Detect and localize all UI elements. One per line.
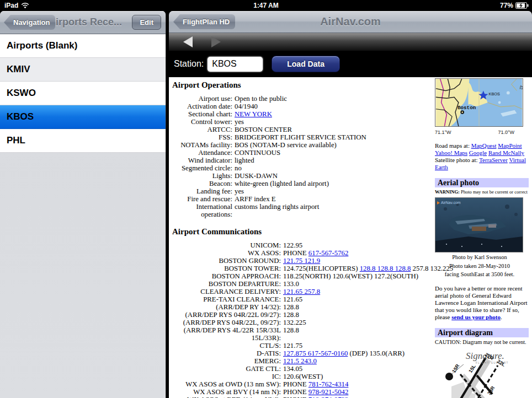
- history-forward-icon[interactable]: [211, 36, 221, 47]
- map-provider-link[interactable]: TerraServer: [479, 157, 508, 163]
- info-row: WX ASOS at BED (14 nm NW):PHONE 718-274-…: [171, 396, 433, 398]
- info-row: EMERG:121.5 243.0: [171, 357, 433, 365]
- history-back-icon[interactable]: [183, 36, 193, 47]
- airnav-browser-panel: AirNav.com FlightPlan HD Station: Load D…: [169, 11, 532, 398]
- inline-link[interactable]: 978-921-5042: [308, 388, 349, 396]
- inline-link[interactable]: 128.8 128.8 128.8: [360, 265, 411, 272]
- row-label: International operations:: [171, 203, 232, 218]
- row-label: (ARR/DEP RYS 4L/22R 15R/33L 15L/33R):: [171, 326, 281, 342]
- airport-list-label: Airports (Blank): [7, 40, 77, 51]
- road-maps-links: Road maps at: MapQuest MapPoint Yahoo! M…: [435, 142, 528, 157]
- inline-link[interactable]: 121.75 121.9: [283, 257, 320, 265]
- row-label: WX ASOS at BED (14 nm NW):: [171, 396, 281, 398]
- battery-charging-icon: [515, 2, 529, 9]
- operations-heading: Airport Operations: [172, 80, 433, 90]
- info-row: Segmented circle:no: [171, 164, 433, 172]
- row-value: 121.75: [281, 342, 302, 349]
- airport-list-label: PHL: [7, 135, 25, 146]
- row-label: PRE-TAXI CLEARANCE:: [171, 295, 281, 303]
- map-provider-link[interactable]: Rand McNally: [488, 149, 524, 156]
- airport-list: Airports (Blank)KMIVKSWOKBOSPHL: [0, 34, 166, 153]
- airport-list-item[interactable]: Airports (Blank): [0, 34, 166, 58]
- row-value: PHONE 617-567-5762: [281, 249, 348, 257]
- row-value: 121.65: [281, 295, 302, 303]
- flightplan-back-button[interactable]: FlightPlan HD: [173, 14, 235, 29]
- info-row: (ARR/DEP RYS 04R/22L, 09/27):132.225: [171, 319, 433, 326]
- inline-link[interactable]: 718-274-9733: [308, 396, 349, 398]
- row-label: (ARR/DEP RY 14/32):: [171, 303, 281, 311]
- airport-list-item[interactable]: PHL: [0, 129, 166, 153]
- info-row: Attendance:CONTINUOUS: [171, 149, 433, 157]
- row-label: WX ASOS at BVY (14 nm N):: [171, 388, 281, 396]
- row-label: Control tower:: [171, 118, 232, 126]
- row-value: 122.95: [281, 241, 302, 249]
- row-value: 124.725(HELICOPTERS) 128.8 128.8 128.8 2…: [281, 265, 453, 272]
- row-label: Sectional chart:: [171, 110, 232, 118]
- operations-table: Airport use:Open to the publicActivation…: [171, 95, 433, 218]
- runway-label: 33R: [486, 385, 496, 396]
- station-bar: Station: Load Data: [169, 51, 532, 77]
- row-value: 121.75 121.9: [281, 257, 320, 265]
- row-value: lighted: [232, 157, 254, 164]
- navigation-back-button[interactable]: Navigation: [4, 15, 55, 30]
- airnav-watermark: AirNav.com: [437, 199, 461, 206]
- map-lon-right: 71.0°W: [498, 129, 514, 136]
- map-provider-link[interactable]: MapQuest: [471, 142, 497, 149]
- inline-link[interactable]: 617-567-5762: [308, 249, 349, 257]
- airport-list-item[interactable]: KBOS: [0, 105, 166, 129]
- row-value: PHONE 781-762-4314: [281, 380, 348, 388]
- row-value: 134.05: [281, 365, 302, 373]
- info-row: WX ASOS at OWD (13 nm SW):PHONE 781-762-…: [171, 380, 433, 388]
- row-label: ARTCC:: [171, 126, 232, 133]
- send-photo-link[interactable]: send us your photo: [451, 314, 501, 320]
- row-label: Wind indicator:: [171, 157, 232, 164]
- right-navbar: AirNav.com FlightPlan HD: [169, 11, 532, 33]
- inline-link[interactable]: 121.5 243.0: [283, 357, 317, 365]
- airport-diagram-heading: Airport diagram: [435, 328, 529, 337]
- aerial-photo-image[interactable]: AirNav.com: [435, 197, 523, 252]
- row-label: GATE CTL:: [171, 365, 281, 373]
- airport-info-column: Airport Operations Airport use:Open to t…: [171, 78, 433, 398]
- status-bar: iPad 1:47 AM 77%: [0, 0, 532, 11]
- info-row: WX ASOS at BVY (14 nm N):PHONE 978-921-5…: [171, 388, 433, 396]
- inline-link[interactable]: NEW YORK: [235, 110, 272, 118]
- inline-link[interactable]: 121.65 257.8: [283, 288, 320, 295]
- photo-request-text: Do you have a better or more recent aeri…: [435, 285, 529, 321]
- edit-button[interactable]: Edit: [132, 15, 161, 30]
- map-provider-link[interactable]: Yahoo! Maps: [435, 149, 467, 156]
- aerial-photo-heading: Aerial photo: [435, 178, 529, 187]
- info-row: BOSTON GROUND:121.75 121.9: [171, 257, 433, 265]
- info-row: BOSTON DEPARTURE:133.0: [171, 280, 433, 288]
- load-data-button[interactable]: Load Data: [272, 56, 340, 72]
- row-value: white-green (lighted land airport): [232, 180, 329, 187]
- airport-list-item[interactable]: KSWO: [0, 82, 166, 105]
- diagram-caution: CAUTION: Diagram may not be current.: [435, 338, 530, 346]
- row-value: BOSTON CENTER: [232, 126, 292, 133]
- info-row: ARTCC:BOSTON CENTER: [171, 126, 433, 133]
- info-row: (ARR/DEP RY 14/32):128.8: [171, 303, 433, 311]
- location-map[interactable]: KBOS Boston 42: [435, 78, 523, 127]
- info-row: Fire and rescue:ARFF index E: [171, 195, 433, 203]
- satellite-links: Satellite photo at: TerraServer Virtual …: [435, 157, 528, 171]
- info-row: BOSTON TOWER:124.725(HELICOPTERS) 128.8 …: [171, 265, 433, 272]
- airport-list-item[interactable]: KMIV: [0, 58, 166, 82]
- row-label: BOSTON TOWER:: [171, 265, 281, 272]
- runway-label: 15L: [467, 363, 477, 374]
- row-value: PHONE 718-274-9733: [281, 396, 348, 398]
- map-provider-link[interactable]: Google: [469, 149, 487, 156]
- airport-list-label: KMIV: [7, 64, 30, 75]
- row-value: 121.5 243.0: [281, 357, 317, 365]
- inline-link[interactable]: 127.875 617-567-0160: [283, 349, 348, 357]
- airport-diagram-image[interactable]: Signature. FLIGHT SUPPORT 22R22L15R15L33…: [435, 348, 526, 398]
- inline-link[interactable]: 781-762-4314: [308, 380, 349, 388]
- info-row: Wind indicator:lighted: [171, 157, 433, 164]
- photo-caption-date: Photo taken 28-May-2010: [435, 263, 524, 270]
- station-input[interactable]: [208, 57, 263, 72]
- row-label: FSS:: [171, 133, 232, 141]
- map-provider-link[interactable]: MapPoint: [498, 142, 522, 149]
- row-value: 128.8: [281, 311, 299, 319]
- row-label: Attendance:: [171, 149, 232, 157]
- info-row: Lights:DUSK-DAWN: [171, 172, 433, 180]
- info-row: WX ASOS:PHONE 617-567-5762: [171, 249, 433, 257]
- row-value: 121.65 257.8: [281, 288, 320, 295]
